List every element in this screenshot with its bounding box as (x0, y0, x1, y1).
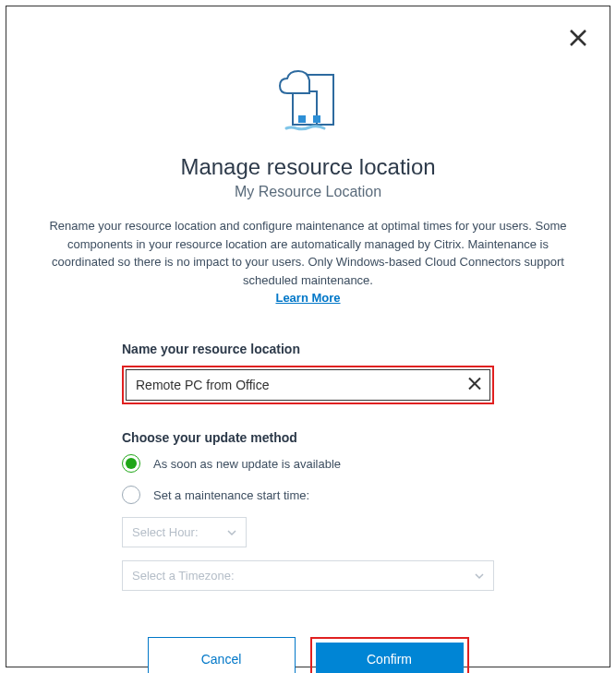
confirm-button-highlight: Confirm (310, 637, 469, 673)
close-button[interactable] (565, 25, 591, 54)
header-icon-area (34, 62, 582, 138)
radio-button-icon (122, 454, 140, 473)
dialog-description: Rename your resource location and config… (34, 217, 582, 289)
learn-more-link[interactable]: Learn More (34, 291, 582, 305)
radio-option-asap[interactable]: As soon as new update is available (122, 454, 494, 473)
dialog-title: Manage resource location (34, 154, 582, 180)
name-field-label: Name your resource location (122, 342, 494, 356)
svg-rect-3 (313, 115, 320, 123)
select-timezone-placeholder: Select a Timezone: (132, 569, 235, 583)
form-area: Name your resource location Choose your … (34, 342, 582, 673)
resource-name-input[interactable] (126, 369, 490, 401)
update-method-label: Choose your update method (122, 430, 494, 445)
radio-label: Set a maintenance start time: (153, 488, 309, 502)
svg-rect-2 (298, 115, 306, 123)
cloud-building-icon (271, 62, 346, 138)
update-method-radio-group: As soon as new update is available Set a… (122, 454, 494, 504)
manage-resource-dialog: Manage resource location My Resource Loc… (6, 6, 610, 667)
select-timezone-dropdown[interactable]: Select a Timezone: (122, 560, 494, 591)
clear-input-button[interactable] (468, 378, 481, 393)
chevron-down-icon (475, 571, 484, 581)
select-hour-dropdown[interactable]: Select Hour: (122, 517, 247, 547)
radio-button-icon (122, 486, 140, 504)
select-hour-placeholder: Select Hour: (132, 525, 199, 539)
chevron-down-icon (227, 528, 236, 537)
confirm-button[interactable]: Confirm (316, 643, 464, 673)
cancel-button[interactable]: Cancel (148, 637, 296, 673)
close-icon (468, 378, 481, 391)
radio-option-schedule[interactable]: Set a maintenance start time: (122, 486, 494, 504)
dialog-button-row: Cancel Confirm (122, 637, 494, 673)
radio-label: As soon as new update is available (153, 457, 341, 471)
name-input-highlight (122, 366, 494, 404)
close-icon (569, 29, 587, 47)
dialog-subtitle: My Resource Location (34, 184, 582, 200)
